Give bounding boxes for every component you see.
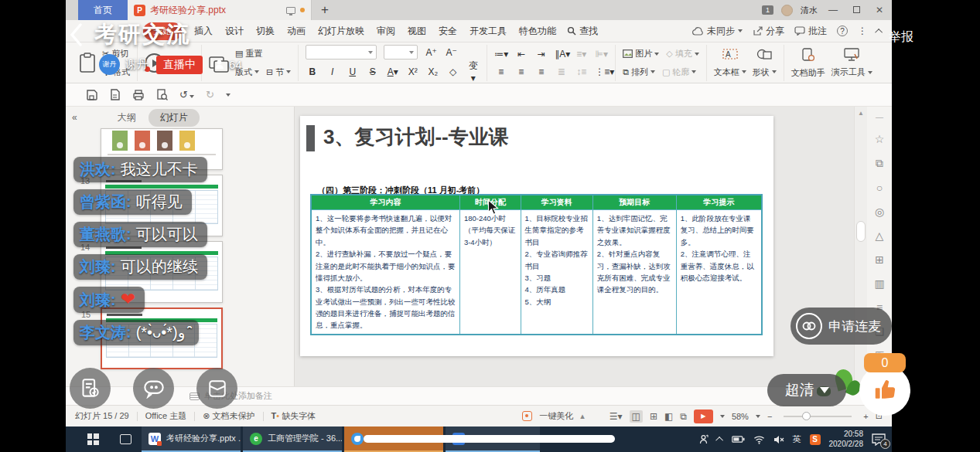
arrange-button[interactable]: ⧉ 排列 — [623, 66, 655, 78]
missing-fonts-status[interactable]: T• 缺失字体 — [271, 410, 316, 422]
comment-button[interactable]: 批注 — [794, 25, 827, 38]
find-button[interactable]: 查找 — [567, 25, 598, 38]
zoom-slider[interactable] — [784, 416, 852, 417]
zoom-in-button[interactable]: + — [863, 412, 868, 421]
taskbar-item-browser[interactable]: e 工商管理学院 - 36... — [243, 427, 342, 452]
share-button[interactable]: 分享 — [753, 25, 784, 38]
account-name[interactable]: 清水 — [801, 5, 818, 16]
battery-icon[interactable] — [732, 436, 745, 443]
subscript-button[interactable]: X₂ — [426, 66, 439, 77]
zoom-level[interactable]: 58% — [732, 412, 749, 421]
decrease-font-button[interactable]: A⁻ — [445, 47, 458, 58]
print-preview-icon[interactable] — [156, 89, 168, 100]
reading-view-button[interactable]: ◧ — [664, 411, 673, 422]
columns-button[interactable]: ≡▾ — [575, 49, 588, 59]
outline-tab[interactable]: 大纲 — [118, 111, 136, 124]
scrollbar-thumb[interactable] — [856, 221, 866, 242]
align-right-button[interactable]: ≡ — [534, 66, 548, 77]
beautify-button[interactable]: 一键美化 — [539, 410, 573, 422]
underline-button[interactable]: U — [346, 66, 359, 77]
font-color-button[interactable]: A▾ — [386, 66, 399, 77]
notes-view-toggle[interactable]: ☰▾ — [610, 411, 623, 422]
ribbon-tab-features[interactable]: 特色功能 — [519, 25, 556, 38]
shapes-tool-icon[interactable]: ○ — [876, 182, 883, 194]
textbox-button[interactable]: 文本框 — [714, 66, 746, 78]
strikethrough-button[interactable]: S — [366, 66, 379, 77]
text-direction-button[interactable]: ∥A▾ — [555, 49, 568, 59]
streamer-avatar[interactable]: 谢丹 — [99, 54, 120, 75]
numbering-button[interactable]: ⋮≡▾ — [595, 66, 608, 77]
start-button[interactable] — [77, 427, 109, 452]
zoom-out-button[interactable]: − — [767, 412, 772, 421]
maximize-button[interactable] — [849, 5, 864, 15]
superscript-button[interactable]: X² — [406, 66, 419, 77]
fill-button[interactable]: ◇ 填充 — [666, 48, 698, 59]
tab-home[interactable]: 首页 — [78, 0, 128, 20]
bullet-list-button[interactable]: ≔▾ — [494, 49, 507, 59]
wifi-icon[interactable] — [753, 435, 765, 444]
sync-status-button[interactable]: 未同步 — [692, 25, 743, 38]
taskbar-clock[interactable]: 20:58 2020/2/28 — [829, 430, 864, 449]
slides-tab[interactable]: 幻灯片 — [149, 109, 200, 127]
justify-button[interactable]: ≣ — [555, 66, 568, 77]
hidden-icons-chevron[interactable] — [715, 437, 723, 444]
outline-button[interactable]: ▢ 轮廓 — [662, 66, 696, 78]
collapse-ribbon-icon[interactable] — [875, 28, 883, 36]
tab-document[interactable]: P 考研经验分享.pptx — [128, 0, 312, 20]
italic-button[interactable]: I — [326, 66, 339, 77]
doc-assistant-button[interactable]: 文档助手 — [791, 67, 825, 79]
theme-name[interactable]: Office 主题 — [145, 410, 187, 422]
minimize-button[interactable]: — — [825, 5, 841, 15]
presentation-tools-button[interactable]: 演示工具 — [831, 66, 872, 78]
outdent-button[interactable]: ⇤ — [514, 49, 528, 59]
align-left-button[interactable]: ≡ — [494, 66, 507, 77]
chat-button[interactable] — [133, 368, 174, 409]
play-from-current-button[interactable]: ▶ — [694, 410, 713, 423]
line-spacing-button[interactable]: ↕≡ — [575, 66, 588, 77]
shapes-button[interactable]: 形状 — [753, 66, 777, 78]
pyramid-icon[interactable]: △ — [876, 229, 884, 242]
slide-sorter-view-button[interactable]: ⊞ — [650, 411, 657, 422]
picture-button[interactable]: 图片 — [623, 48, 659, 59]
back-button[interactable] — [70, 23, 83, 49]
task-view-button[interactable] — [109, 427, 142, 452]
new-tab-button[interactable]: + — [312, 0, 338, 20]
ribbon-tab-animation[interactable]: 动画 — [287, 25, 306, 38]
speaker-muted-icon[interactable] — [773, 435, 784, 444]
chart-tool-icon[interactable]: ▥ — [874, 277, 884, 290]
ribbon-tab-security[interactable]: 安全 — [439, 25, 457, 38]
copy-slide-icon[interactable]: ⧉ — [876, 157, 883, 170]
align-center-button[interactable]: ≡ — [514, 66, 528, 77]
ribbon-tab-devtools[interactable]: 开发工具 — [470, 25, 507, 38]
smart-design-icon[interactable]: ☆ — [875, 133, 885, 145]
presenter-view-button[interactable]: ⧉ — [680, 411, 687, 422]
gift-box-button[interactable] — [196, 368, 237, 409]
account-avatar[interactable] — [781, 5, 793, 16]
save-icon[interactable] — [86, 89, 97, 100]
ribbon-tab-transitions[interactable]: 切换 — [256, 25, 275, 38]
align-text-button[interactable]: ⊫▾ — [595, 49, 608, 59]
ime-indicator[interactable]: 英 — [793, 433, 801, 445]
collapse-panel-icon[interactable]: « — [72, 112, 77, 123]
section-button[interactable]: ⊟ 节 — [266, 66, 291, 78]
ribbon-tab-design[interactable]: 设计 — [225, 25, 244, 38]
taskbar-item-wps[interactable]: W 考研经验分享.pptx ... — [142, 427, 241, 452]
print-icon[interactable] — [132, 90, 145, 100]
people-icon[interactable] — [699, 434, 709, 444]
font-size-select[interactable] — [384, 45, 418, 59]
ribbon-tab-slideshow[interactable]: 幻灯片放映 — [318, 25, 364, 38]
scroll-up-icon[interactable]: ▲ — [858, 110, 864, 117]
undo-button[interactable]: ↺ — [179, 89, 194, 100]
ribbon-tab-review[interactable]: 审阅 — [377, 25, 395, 38]
report-button[interactable]: 举报 — [889, 29, 913, 46]
clear-format-button[interactable]: ◇ — [446, 66, 459, 77]
bold-button[interactable]: B — [306, 66, 319, 77]
export-icon[interactable] — [109, 89, 121, 100]
zoom-slider-knob[interactable] — [802, 412, 811, 420]
protection-status[interactable]: ⊗ 文档未保护 — [203, 410, 254, 422]
mic-request-button[interactable]: 申请连麦 — [790, 308, 892, 345]
ribbon-tab-view[interactable]: 视图 — [408, 25, 426, 38]
more-menu-icon[interactable]: ⋮ — [858, 25, 867, 36]
font-name-select[interactable] — [306, 45, 377, 59]
redo-button[interactable]: ↻ — [206, 89, 214, 100]
